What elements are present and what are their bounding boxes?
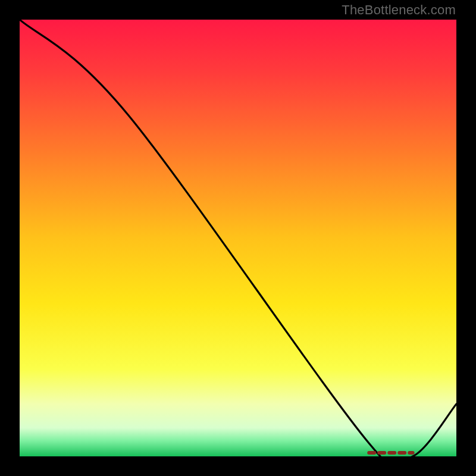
plot-area <box>20 20 456 456</box>
gradient-background <box>20 20 456 456</box>
chart-frame: TheBottleneck.com <box>0 0 476 476</box>
chart-svg <box>20 20 456 456</box>
watermark-text: TheBottleneck.com <box>342 2 456 18</box>
